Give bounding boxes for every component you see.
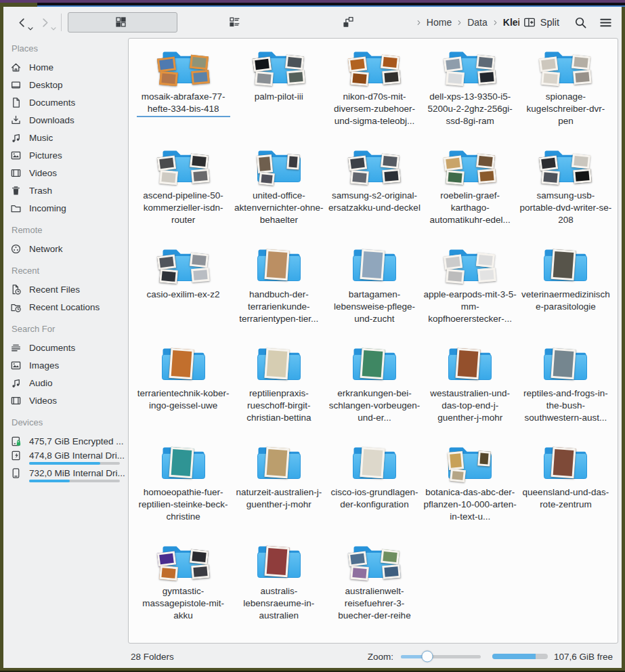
folder-item[interactable]: samsung-usb-portable-dvd-writer-se-208 [518, 146, 613, 245]
photo-thumbnail [444, 56, 462, 72]
sidebar-item-incoming[interactable]: Incoming [10, 199, 128, 217]
photo-thumbnail [446, 269, 465, 284]
photo-thumbnail [259, 172, 275, 186]
sidebar-item-label: Pictures [29, 150, 128, 161]
folder-item[interactable]: australis-lebensraeume-in-australien [231, 541, 326, 640]
folder-name: gymtastic-massagepistole-mit-akku [137, 585, 230, 622]
breadcrumb-item[interactable]: Home [423, 17, 455, 28]
sidebar-section: Recent Recent Files Recent Locations [10, 266, 128, 316]
sidebar-item-documents[interactable]: Documents [10, 93, 128, 111]
photo-thumbnail [539, 56, 558, 72]
details-view-button[interactable] [181, 12, 291, 33]
folder-item[interactable]: erkrankungen-bei-schlangen-vorbeugen-und… [326, 343, 422, 442]
sidebar-item-network[interactable]: Network [10, 240, 128, 257]
sidebar-item-474-8-gib-internal-dri[interactable]: 474,8 GiB Internal Dri... [10, 450, 128, 467]
sidebar-item-home[interactable]: Home [10, 58, 128, 76]
folder-item[interactable]: roebelin-graef-karthago-automatikuhr-ede… [423, 146, 518, 245]
music-icon [10, 377, 24, 389]
folder-item[interactable]: queensland-und-das-rote-zentrum [518, 442, 613, 541]
folder-item[interactable]: palm-pilot-iii [231, 47, 326, 146]
sidebar-item-documents[interactable]: Documents [10, 339, 128, 356]
sidebar-item-desktop[interactable]: Desktop [10, 76, 128, 93]
forward-button[interactable] [35, 12, 55, 33]
folder-item[interactable]: botanica-das-abc-der-pflanzen-10-000-art… [423, 442, 518, 541]
search-button[interactable] [573, 15, 588, 30]
split-button[interactable]: Split [519, 16, 563, 29]
folder-name: palm-pilot-iii [232, 91, 326, 103]
sidebar-item-pictures[interactable]: Pictures [10, 146, 128, 164]
folder-item[interactable]: reptiles-and-frogs-in-the-bush-southwest… [518, 343, 613, 442]
doc-lines-icon [10, 342, 24, 354]
folder-item[interactable]: dell-xps-13-9350-i5-5200u-2-2ghz-256gi-s… [423, 47, 518, 146]
folder-item[interactable]: veterinaermedizinische-parasitologie [518, 245, 613, 343]
sidebar-item-recent-locations[interactable]: Recent Locations [10, 298, 128, 316]
sidebar-item-audio[interactable]: Audio [10, 374, 128, 392]
image-icon [10, 150, 24, 161]
zoom-slider[interactable] [401, 655, 481, 658]
sidebar-section-items: Recent Files Recent Locations [10, 280, 128, 316]
photo-thumbnail [255, 71, 274, 86]
folder-item[interactable]: samsung-s2-original-ersatzakku-und-decke… [326, 146, 422, 245]
folder-icon [343, 442, 406, 483]
photo-thumbnail [476, 154, 495, 169]
folder-item[interactable]: naturzeit-australien-j-guenther-j-mohr [231, 442, 326, 541]
photo-thumbnail [476, 253, 495, 268]
sidebar-section-title: Search For [12, 324, 128, 334]
sidebar-item-475-7-gib-encrypted[interactable]: 475,7 GiB Encrypted ... [10, 432, 128, 450]
folder-item[interactable]: nikon-d70s-mit-diversem-zubehoer-und-sig… [326, 47, 422, 146]
folder-item[interactable]: homoeopathie-fuer-reptilien-steinke-beck… [135, 442, 231, 541]
free-space-label: 107,6 GiB free [554, 652, 613, 662]
folder-icon [439, 245, 501, 285]
folder-icon [152, 541, 215, 582]
folder-item[interactable]: handbuch-der-terrarienkunde-terrarientyp… [231, 245, 326, 343]
folder-item[interactable]: ascend-pipeline-50-kommerzieller-isdn-ro… [135, 146, 231, 245]
folder-item[interactable]: bartagamen-lebensweise-pflege-und-zucht [326, 245, 422, 343]
folder-icon [534, 245, 597, 285]
photo-thumbnail [286, 154, 299, 169]
sidebar-item-732-0-mib-internal-dri[interactable]: 732,0 MiB Internal Dri... [10, 467, 128, 485]
places-panel: Places Home Desktop Documents Downloads … [3, 38, 128, 645]
folder-view-area: mosaik-abrafaxe-77-hefte-334-bis-418 pal… [128, 38, 622, 645]
folder-name: ascend-pipeline-50-kommerzieller-isdn-ro… [137, 190, 230, 226]
photo-thumbnail [446, 170, 465, 185]
sidebar-section-items: 475,7 GiB Encrypted ... 474,8 GiB Intern… [10, 432, 128, 485]
photo-thumbnail [191, 268, 210, 282]
photo-thumbnail [159, 170, 178, 185]
back-button[interactable] [12, 12, 32, 33]
sidebar-item-downloads[interactable]: Downloads [10, 111, 128, 129]
photo-thumbnail [360, 249, 385, 280]
photo-thumbnail [382, 564, 401, 579]
split-view-icon [523, 16, 536, 28]
photo-thumbnail [572, 55, 590, 70]
breadcrumb-item[interactable]: Data [464, 17, 491, 28]
sidebar-section-title: Places [12, 43, 128, 54]
folder-item[interactable]: mosaik-abrafaxe-77-hefte-334-bis-418 [135, 47, 231, 146]
background-window-edge [37, 3, 625, 7]
folder-item[interactable]: united-office-aktenvernichter-ohne-behae… [231, 146, 326, 245]
photo-thumbnail [350, 566, 369, 581]
sidebar-item-recent-files[interactable]: Recent Files [10, 280, 128, 298]
sidebar-item-videos[interactable]: Videos [10, 392, 128, 409]
photo-thumbnail [348, 155, 367, 171]
folder-item[interactable]: gymtastic-massagepistole-mit-akku [135, 541, 231, 640]
icons-view-icon [115, 16, 127, 28]
folder-item[interactable]: australienwelt-reisefuehrer-3-buecher-de… [326, 541, 422, 640]
folder-item[interactable]: terrarientechnik-kober-ingo-geissel-uwe [135, 343, 231, 442]
sidebar-item-trash[interactable]: Trash [10, 182, 128, 199]
folder-item[interactable]: casio-exilim-ex-z2 [135, 245, 231, 343]
sidebar-item-images[interactable]: Images [10, 356, 128, 374]
icons-view-button[interactable] [68, 12, 177, 33]
folder-item[interactable]: cisco-ios-grundlagen-der-konfiguration [326, 442, 422, 541]
sidebar-item-videos[interactable]: Videos [10, 164, 128, 182]
folder-item[interactable]: westaustralien-und-das-top-end-j-guenthe… [423, 343, 518, 442]
tree-view-button[interactable] [295, 12, 405, 33]
folder-item[interactable]: apple-earpods-mit-3-5-mm-kopfhoerersteck… [423, 245, 518, 343]
photo-thumbnail [382, 169, 401, 184]
folder-item[interactable]: reptilienpraxis-rueschoff-birgit-christi… [231, 343, 326, 442]
zoom-slider-handle[interactable] [421, 651, 433, 663]
back-icon [16, 17, 28, 28]
folder-item[interactable]: spionage-kugelschreiber-dvr-pen [518, 47, 613, 146]
menu-button[interactable] [598, 15, 613, 30]
sidebar-item-music[interactable]: Music [10, 129, 128, 146]
breadcrumb-item[interactable]: Kleinanzeigen-Backup [500, 17, 519, 28]
